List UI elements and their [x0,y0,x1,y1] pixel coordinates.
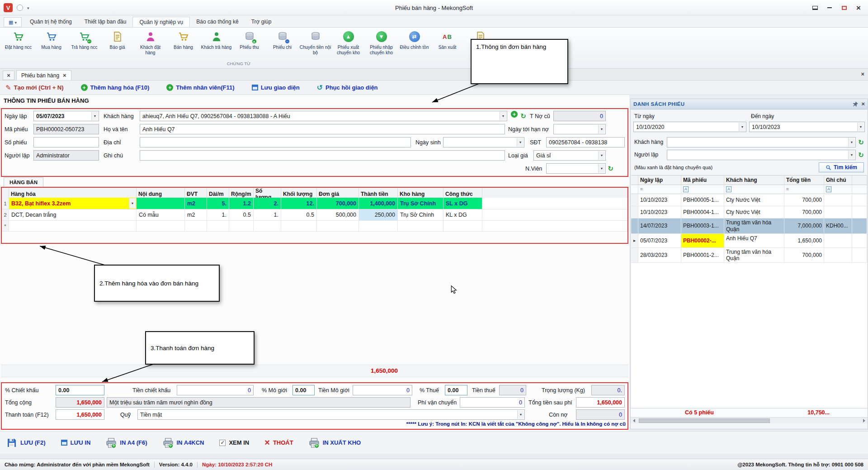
product-combo-cell[interactable]: B32, Bạt hiflex 3.2zem [9,198,137,209]
toolbar-item-bao-gia[interactable]: Báo giá [101,28,134,56]
tab-phieu-ban-hang-document[interactable]: Phiếu bán hàng [16,70,71,80]
checkbox-checked-icon[interactable] [219,440,226,446]
maximize-button[interactable] [837,2,851,13]
den-ngay-field[interactable]: 10/10/2023 [749,122,865,132]
save-print-button[interactable]: LƯU IN [61,439,91,446]
exit-button[interactable]: THOÁT [264,439,293,447]
toolbar-item-khach-dat-hang[interactable]: Khách đặt hàng [134,28,167,56]
loai-gia-field[interactable]: Giá sỉ [533,150,606,161]
save-layout-button[interactable]: Lưu giao diện [252,84,300,91]
close-button[interactable] [852,2,865,13]
so-phieu-field[interactable] [33,137,99,147]
refresh-staff-icon[interactable] [607,163,614,174]
toolbar-item-chuyen-tien-noi-bo[interactable]: Chuyển tiền nội bộ [299,28,332,56]
col-ngay-lap[interactable]: Ngày lập [638,175,681,185]
minimize-button[interactable] [823,2,836,13]
invoice-row-selected[interactable]: 14/07/2023 PBH00003-1... Trung tâm văn h… [631,218,867,234]
toolbar-item-phieu-thu[interactable]: ▲ Phiếu thu [233,28,266,56]
add-staff-button[interactable]: Thêm nhân viên(F11) [166,84,234,91]
close-document-icon[interactable] [861,71,864,77]
save-button[interactable]: LƯU (F2) [6,437,46,448]
invoice-grid-filter-row[interactable]: = A A = A [631,185,867,194]
nguoi-lap-field[interactable]: Administrator [33,150,99,161]
tu-ngay-field[interactable]: 10/10/2020 [633,122,746,132]
refresh-customer-filter-icon[interactable] [857,137,865,147]
col-ma-phieu[interactable]: Mã phiếu [681,175,724,185]
chevron-down-icon[interactable] [848,151,855,159]
chevron-down-icon[interactable] [598,151,605,160]
chevron-down-icon[interactable] [129,198,136,209]
toolbar-item-phieu-xuat-chuyen-kho[interactable]: ▲ Phiếu xuất chuyển kho [332,28,365,56]
toolbar-item-phieu-nhap-chuyen-kho[interactable]: ▼ Phiếu nhập chuyển kho [365,28,398,56]
print-a4-button[interactable]: ↻ IN A4 (F6) [106,437,147,448]
phi-van-chuyen-field[interactable]: 0 [460,397,525,408]
restore-layout-button[interactable]: Phục hồi giao diện [317,83,378,92]
chevron-down-icon[interactable] [857,123,864,131]
chevron-down-icon[interactable] [91,112,98,120]
thanh-toan-field[interactable]: 1,650,000 [56,409,104,420]
tien-chiet-khau-field[interactable]: 0 [177,385,254,395]
invoice-row[interactable]: 10/10/2023 PBH00005-1... Cty Nước Việt 7… [631,194,867,206]
chevron-down-icon[interactable] [517,138,524,147]
item-row-1[interactable]: 1 B32, Bạt hiflex 3.2zem m2 5. 1.2 2. 12… [2,198,627,209]
ghi-chu-field[interactable] [140,150,505,161]
tab-quan-ly-nghiep-vu[interactable]: Quản lý nghiệp vụ [132,17,190,27]
toolbar-item-phieu-chi[interactable]: − Phiếu chi [266,28,299,56]
fullscreen-button[interactable] [808,2,822,13]
tien-thue-field[interactable]: 0 [499,385,526,395]
close-tab-icon[interactable] [63,72,66,79]
search-button[interactable]: Tìm kiếm [819,162,864,172]
toolbar-item-ban-hang[interactable]: Bán hàng [167,28,200,56]
sdt-field[interactable]: 0902567084 - 0938138 [546,137,625,147]
col-tong-tien[interactable]: Tổng tiền [784,175,824,185]
refresh-user-filter-icon[interactable] [857,150,865,160]
ma-phieu-field[interactable]: PBH00002-050723 [33,124,99,134]
close-panel-icon[interactable] [861,101,865,107]
toolbar-item-tra-hang-ncc[interactable]: ↩ Trả hàng ncc [68,28,101,56]
toolbar-item-dat-hang-ncc[interactable]: Đặt hàng ncc [2,28,35,56]
tab-hang-ban[interactable]: HÀNG BÁN [4,177,43,187]
chiet-khau-pct-field[interactable]: 0.00 [56,385,104,395]
chevron-down-icon[interactable] [598,164,605,173]
chevron-down-icon[interactable] [598,125,605,133]
print-a4kcn-button[interactable]: ↻ IN A4KCN [163,437,204,448]
ngay-sinh-field[interactable] [443,137,524,147]
panel-khach-hang-combo[interactable] [667,137,856,147]
col-khach-hang[interactable]: Khách hàng [724,175,784,185]
close-all-tabs-button[interactable] [3,71,14,80]
preview-print-checkbox[interactable]: XEM IN [219,439,249,446]
chevron-down-icon[interactable] [500,112,506,120]
panel-nguoi-lap-combo[interactable] [667,150,856,160]
chevron-down-icon[interactable] [739,123,745,131]
trong-luong-field[interactable]: 0. [591,385,625,395]
scroll-right-icon[interactable] [863,419,865,423]
n-vien-field[interactable] [546,163,606,174]
ngay-lap-field[interactable]: 05/07/2023 [33,111,99,121]
add-item-button[interactable]: Thêm hàng hóa (F10) [81,84,150,91]
tab-bao-cao-thong-ke[interactable]: Báo cáo thống kê [190,17,245,27]
tien-mo-gioi-field[interactable]: 0 [353,385,412,395]
tab-thiet-lap-ban-dau[interactable]: Thiết lập ban đầu [78,17,133,27]
ngay-toi-han-no-field[interactable] [553,124,606,134]
invoice-row[interactable]: 28/03/2023 PBH00001-2... Trung tâm văn h… [631,248,867,263]
invoice-row[interactable]: 10/10/2023 PBH00004-1... Cty Nước Việt 7… [631,206,867,218]
chevron-down-icon[interactable] [517,410,524,419]
filter-equals-icon[interactable]: = [784,185,824,194]
thue-pct-field[interactable]: 0.00 [445,385,467,395]
dia-chi-field[interactable] [140,137,411,147]
invoice-row-current[interactable]: ▸ 05/07/2023 PBH00002-... Anh Hiếu Q7 1,… [631,234,867,248]
scroll-left-icon[interactable] [633,419,635,423]
ribbon-menu-button[interactable] [4,17,22,27]
quy-combo[interactable]: Tiền mặt [137,409,525,420]
toolbar-item-san-xuat[interactable]: AB Sản xuất [431,28,464,56]
khach-hang-combo[interactable]: ahieuq7, Anh Hiếu Q7, 0902567084 - 09381… [140,111,507,121]
item-row-2[interactable]: 2 DCT, Decan trắng Có mẫu m2 1. 0.5 1. 0… [2,209,627,221]
t-no-cu-field[interactable]: 0 [553,111,606,121]
horizontal-scrollbar[interactable] [631,417,868,423]
filter-equals-icon[interactable]: = [638,185,681,194]
toolbar-item-mua-hang[interactable]: Mua hàng [35,28,68,56]
tab-quan-tri-he-thong[interactable]: Quản trị hệ thống [24,17,78,27]
ho-ten-field[interactable]: Anh Hiếu Q7 [140,124,505,134]
pin-icon[interactable] [852,101,859,107]
add-customer-icon[interactable] [511,111,518,118]
